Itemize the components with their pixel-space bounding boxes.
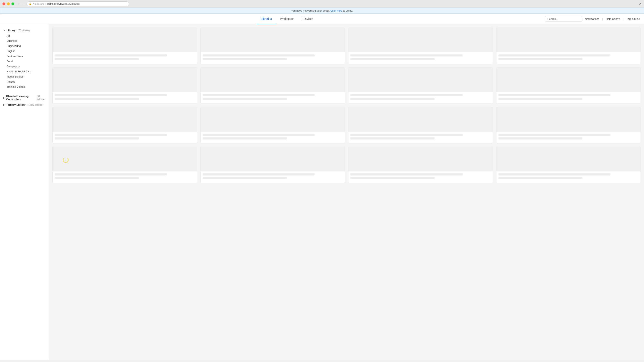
card-4-2[interactable]	[200, 147, 345, 183]
skeleton-line	[350, 173, 463, 175]
top-bar-right: Notifications | Help Centre | Tom Cruise	[545, 16, 640, 22]
card-1-3[interactable]	[348, 28, 493, 64]
blended-section-header[interactable]: ▶ Blended Learning Consortium (59 videos…	[0, 93, 49, 102]
card-1-1[interactable]	[52, 28, 197, 64]
loading-spinner	[63, 157, 68, 163]
skeleton-line	[498, 58, 582, 60]
not-secure-label: Not secure	[33, 3, 44, 5]
skeleton-line	[498, 137, 582, 139]
browser-chrome: ← → 🔒 Not secure | online.clickview.co.u…	[0, 0, 644, 8]
card-thumbnail	[200, 67, 345, 92]
tertiary-count: (1,842 videos)	[28, 103, 43, 106]
sidebar-item-health-social-care[interactable]: Health & Social Care	[0, 69, 49, 74]
lock-icon: 🔒	[29, 2, 32, 5]
sidebar-item-business[interactable]: Business	[0, 38, 49, 43]
user-name[interactable]: Tom Cruise	[626, 17, 640, 20]
card-2-3[interactable]	[348, 67, 493, 104]
sidebar-item-media-studies[interactable]: Media Studies	[0, 74, 49, 79]
card-thumbnail	[496, 147, 641, 171]
forward-arrow[interactable]: →	[22, 2, 25, 6]
tertiary-section-header[interactable]: ▶ Tertiary Library (1,842 videos)	[0, 102, 49, 108]
browser-close-btn[interactable]	[2, 2, 5, 5]
card-3-3[interactable]	[348, 107, 493, 143]
card-thumbnail	[496, 67, 641, 92]
search-input[interactable]	[545, 16, 582, 22]
sidebar-item-english[interactable]: English	[0, 48, 49, 53]
browser-min-btn[interactable]	[7, 2, 10, 5]
skeleton-line	[55, 137, 139, 139]
skeleton-line	[350, 137, 434, 139]
tertiary-triangle-icon: ▶	[3, 104, 5, 106]
address-bar[interactable]: 🔒 Not secure | online.clickview.co.uk/li…	[26, 1, 129, 6]
library-section-header[interactable]: ▼ Library (70 videos)	[0, 28, 49, 33]
main-layout: ▼ Library (70 videos) Art Business Engin…	[0, 24, 644, 360]
skeleton-line	[203, 177, 287, 179]
verify-banner: You have not verified your email. Click …	[0, 8, 644, 14]
skeleton-line	[350, 177, 434, 179]
sidebar: ▼ Library (70 videos) Art Business Engin…	[0, 24, 49, 360]
verify-link[interactable]: Click here	[330, 9, 342, 12]
card-thumbnail	[52, 107, 197, 132]
sidebar-item-engineering[interactable]: Engineering	[0, 43, 49, 48]
skeleton-line	[498, 134, 611, 136]
sidebar-item-training-videos[interactable]: Training Videos	[0, 84, 49, 89]
card-3-1[interactable]	[52, 107, 197, 143]
blended-title: Blended Learning Consortium	[6, 95, 34, 101]
card-thumbnail	[496, 107, 641, 132]
tab-playlists[interactable]: Playlists	[298, 14, 317, 24]
skeleton-line	[55, 94, 167, 96]
library-title: Library	[6, 29, 16, 32]
sep2: |	[623, 17, 624, 20]
card-thumbnail	[200, 147, 345, 171]
sidebar-item-art[interactable]: Art	[0, 33, 49, 38]
card-2-4[interactable]	[496, 67, 641, 104]
skeleton-line	[350, 98, 434, 100]
card-2-1[interactable]	[52, 67, 197, 104]
skeleton-line	[498, 98, 582, 100]
browser-max-btn[interactable]	[12, 2, 14, 5]
top-bar: Libraries Workspace Playlists Notificati…	[0, 14, 644, 24]
cards-grid	[52, 28, 641, 183]
card-2-2[interactable]	[200, 67, 345, 104]
verify-suffix: to verify.	[343, 9, 353, 12]
skeleton-line	[55, 98, 139, 100]
skeleton-line	[203, 173, 315, 175]
tab-workspace[interactable]: Workspace	[276, 14, 298, 24]
sidebar-item-food[interactable]: Food	[0, 59, 49, 64]
browser-close-x[interactable]: ✕	[639, 2, 642, 6]
skeleton-line	[498, 173, 611, 175]
tab-libraries[interactable]: Libraries	[257, 14, 276, 24]
sidebar-item-feature-films[interactable]: Feature Films	[0, 53, 49, 59]
sidebar-item-politics[interactable]: Politics	[0, 79, 49, 84]
card-thumbnail	[200, 107, 345, 132]
card-thumbnail	[496, 28, 641, 52]
skeleton-line	[55, 58, 139, 60]
card-4-3[interactable]	[348, 147, 493, 183]
notifications-link[interactable]: Notifications	[585, 17, 599, 20]
loading-spinner-container	[63, 157, 68, 163]
browser-nav-arrows: ← →	[18, 2, 25, 6]
card-3-2[interactable]	[200, 107, 345, 143]
skeleton-line	[55, 173, 167, 175]
skeleton-line	[350, 134, 463, 136]
card-4-4[interactable]	[496, 147, 641, 183]
card-thumbnail	[200, 28, 345, 52]
skeleton-line	[498, 177, 582, 179]
blended-count: (59 videos)	[37, 95, 46, 101]
card-1-4[interactable]	[496, 28, 641, 64]
library-count: (70 videos)	[18, 29, 30, 32]
skeleton-line	[55, 54, 167, 56]
library-triangle-icon: ▼	[3, 29, 5, 31]
blended-triangle-icon: ▶	[3, 97, 5, 99]
back-arrow[interactable]: ←	[18, 2, 21, 6]
library-section: ▼ Library (70 videos) Art Business Engin…	[0, 28, 49, 91]
sidebar-item-geography[interactable]: Geography	[0, 64, 49, 69]
tertiary-title: Tertiary Library	[6, 103, 26, 106]
skeleton-line	[203, 58, 287, 60]
card-thumbnail	[52, 147, 197, 171]
help-centre-link[interactable]: Help Centre	[606, 17, 620, 20]
card-4-1[interactable]	[52, 147, 197, 183]
url-text: online.clickview.co.uk/libraries	[47, 2, 80, 5]
card-3-4[interactable]	[496, 107, 641, 143]
card-1-2[interactable]	[200, 28, 345, 64]
